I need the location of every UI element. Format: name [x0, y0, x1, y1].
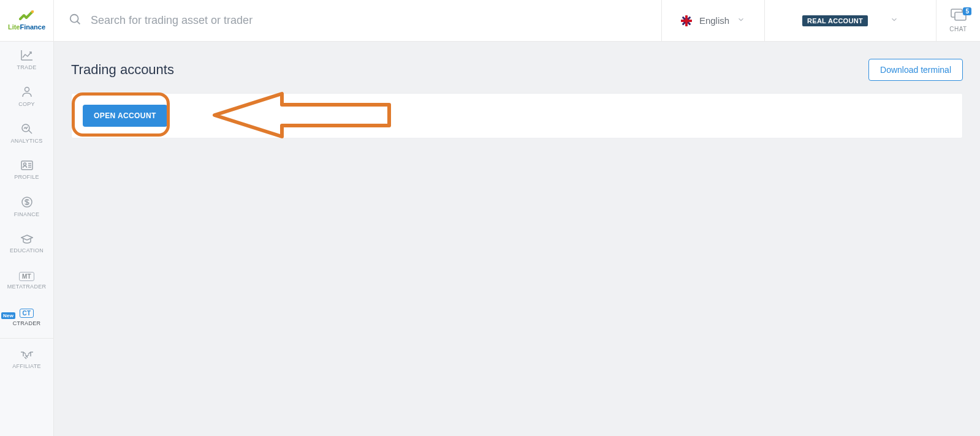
flag-icon	[681, 15, 692, 26]
open-account-button[interactable]: OPEN ACCOUNT	[83, 105, 167, 127]
sidebar-item-label: EDUCATION	[10, 247, 44, 254]
language-label: English	[699, 15, 729, 26]
profile-icon	[21, 160, 33, 171]
language-selector[interactable]: English	[661, 0, 764, 41]
sidebar-item-finance[interactable]: FINANCE	[0, 189, 53, 225]
accounts-panel: OPEN ACCOUNT	[71, 93, 963, 138]
chevron-down-icon	[737, 15, 745, 26]
sidebar-item-trade[interactable]: TRADE	[0, 42, 53, 78]
svg-point-13	[23, 163, 26, 165]
chat-label: CHAT	[949, 26, 967, 32]
logo-icon	[18, 10, 35, 24]
svg-point-10	[25, 88, 29, 92]
app-header: LiteFinance English REAL ACCOUNT	[0, 0, 980, 42]
chart-icon	[21, 50, 33, 62]
chat-button[interactable]: 5 CHAT	[936, 0, 980, 41]
chevron-down-icon	[890, 15, 898, 26]
dollar-icon	[21, 197, 32, 209]
page-title: Trading accounts	[71, 62, 174, 78]
download-terminal-button[interactable]: Download terminal	[868, 59, 963, 81]
sidebar-item-label: ANALYTICS	[10, 138, 42, 144]
annotation-arrow	[211, 88, 395, 145]
ct-box-icon: CT	[20, 309, 34, 318]
handshake-icon	[20, 350, 34, 361]
mt-box-icon: MT	[19, 272, 34, 281]
svg-rect-7	[685, 15, 688, 26]
sidebar-item-ctrader[interactable]: New CT CTRADER	[0, 299, 53, 336]
sidebar-separator	[0, 338, 53, 339]
search-input[interactable]	[91, 14, 647, 27]
sidebar-item-label: METATRADER	[7, 284, 47, 290]
sidebar: TRADE COPY ANALYTICS PROFILE FINANCE	[0, 42, 54, 436]
sidebar-item-education[interactable]: EDUCATION	[0, 225, 53, 262]
education-icon	[21, 234, 33, 245]
chat-badge: 5	[963, 7, 971, 15]
layout: TRADE COPY ANALYTICS PROFILE FINANCE	[0, 42, 980, 436]
sidebar-item-profile[interactable]: PROFILE	[0, 152, 53, 189]
svg-point-0	[31, 10, 34, 13]
logo-text: LiteFinance	[8, 23, 45, 31]
sidebar-item-copy[interactable]: COPY	[0, 78, 53, 115]
person-icon	[21, 86, 32, 99]
new-badge: New	[1, 312, 15, 319]
analytics-icon	[21, 123, 33, 135]
main-header: Trading accounts Download terminal	[71, 59, 963, 81]
sidebar-item-label: TRADE	[17, 64, 36, 70]
sidebar-item-label: PROFILE	[14, 174, 39, 180]
sidebar-item-label: CTRADER	[13, 320, 41, 326]
svg-line-2	[77, 21, 80, 24]
search-icon	[69, 13, 82, 29]
svg-point-1	[70, 14, 78, 22]
account-selector[interactable]: REAL ACCOUNT	[764, 0, 936, 41]
sidebar-item-label: AFFILIATE	[12, 363, 41, 369]
account-badge: REAL ACCOUNT	[802, 15, 868, 26]
sidebar-item-affiliate[interactable]: AFFILIATE	[0, 341, 53, 378]
sidebar-item-label: FINANCE	[14, 211, 40, 217]
sidebar-item-label: COPY	[18, 101, 35, 107]
sidebar-item-analytics[interactable]: ANALYTICS	[0, 115, 53, 152]
sidebar-item-metatrader[interactable]: MT METATRADER	[0, 262, 53, 299]
logo[interactable]: LiteFinance	[0, 0, 54, 41]
search-bar	[54, 0, 661, 41]
main-content: Trading accounts Download terminal OPEN …	[54, 42, 980, 436]
